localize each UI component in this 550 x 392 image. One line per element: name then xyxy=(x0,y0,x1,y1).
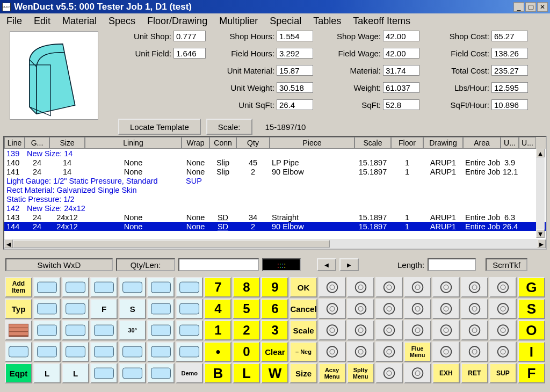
acsy-menu[interactable]: Acsy Menu xyxy=(319,363,346,383)
mode-O[interactable]: O xyxy=(518,320,545,340)
header-qty[interactable]: Qty xyxy=(236,137,270,149)
sqftHour-input[interactable] xyxy=(491,99,528,110)
equipment-icon[interactable] xyxy=(319,320,346,340)
scroll-left-icon[interactable]: ◂ xyxy=(4,239,13,248)
close-button[interactable]: ✕ xyxy=(537,2,548,12)
shopWage-input[interactable] xyxy=(383,31,419,41)
shape-button[interactable] xyxy=(176,299,203,319)
menu-takeoffitems[interactable]: Takeoff Items xyxy=(353,16,410,27)
dim-W[interactable]: W xyxy=(261,363,288,383)
letter-L-button[interactable]: L xyxy=(62,363,89,383)
equipment-icon[interactable] xyxy=(404,277,431,297)
equipment-icon[interactable] xyxy=(375,320,403,340)
ret-button[interactable]: RET xyxy=(461,363,488,383)
header-u[interactable]: U... xyxy=(519,137,536,149)
equipment-icon[interactable] xyxy=(461,342,488,362)
shopHours-input[interactable] xyxy=(277,31,313,41)
table-row[interactable]: 1432424x12NoneNoneSD34Straight15.18971AR… xyxy=(4,213,546,222)
shape-button[interactable] xyxy=(147,320,175,340)
clear-button[interactable]: Clear xyxy=(261,342,288,362)
equipment-icon[interactable] xyxy=(404,320,431,340)
shape-button[interactable] xyxy=(176,320,203,340)
numpad-6[interactable]: 6 xyxy=(261,299,288,319)
shape-button[interactable] xyxy=(90,277,118,297)
equipment-icon[interactable] xyxy=(375,299,403,319)
mode-F[interactable]: F xyxy=(518,363,545,383)
minimize-button[interactable]: _ xyxy=(513,2,524,12)
letter-F-button[interactable]: F xyxy=(90,299,118,319)
splty-menu[interactable]: Splty Menu xyxy=(347,363,374,383)
equipment-icon[interactable] xyxy=(347,342,374,362)
weight-input[interactable] xyxy=(383,82,419,93)
header-conn[interactable]: Conn xyxy=(209,137,236,149)
maximize-button[interactable]: ▢ xyxy=(525,2,536,12)
shape-button[interactable] xyxy=(33,299,61,319)
letter-L-button[interactable]: L xyxy=(33,363,61,383)
flue-menu[interactable]: Flue Menu xyxy=(404,342,431,362)
shape-button[interactable] xyxy=(119,363,146,383)
letter-S-button[interactable]: S xyxy=(119,299,146,319)
numpad-7[interactable]: 7 xyxy=(204,277,231,297)
menu-tables[interactable]: Tables xyxy=(313,16,341,27)
material-input[interactable] xyxy=(383,65,419,76)
scroll-horizontal[interactable]: ◂ ▸ xyxy=(4,239,546,249)
unitSqFt-input[interactable] xyxy=(277,99,313,110)
lbsHour-input[interactable] xyxy=(491,82,528,93)
equipment-icon[interactable] xyxy=(489,299,517,319)
shape-button[interactable] xyxy=(33,320,61,340)
header-wrap[interactable]: Wrap xyxy=(182,137,209,149)
unitField-input[interactable] xyxy=(173,48,206,59)
switch-wxd-button[interactable]: Switch WxD xyxy=(5,258,113,271)
ok-button[interactable]: OK xyxy=(290,277,317,297)
menu-floordrawing[interactable]: Floor/Drawing xyxy=(147,16,207,27)
scroll-right-icon[interactable]: ▸ xyxy=(537,239,546,248)
menu-multiplier[interactable]: Multiplier xyxy=(219,16,258,27)
demo-button[interactable]: Demo xyxy=(176,363,203,383)
table-row[interactable]: Light Gauge: 1/2" Static Pressure, Stand… xyxy=(4,176,546,185)
numpad-0[interactable]: 0 xyxy=(233,342,260,362)
header-line[interactable]: Line xyxy=(4,137,25,149)
dim-B[interactable]: B xyxy=(204,363,231,383)
dim-L[interactable]: L xyxy=(233,363,260,383)
menu-file[interactable]: File xyxy=(6,16,22,27)
equipment-icon[interactable] xyxy=(461,277,488,297)
locate-template-button[interactable]: Locate Template xyxy=(118,119,201,135)
equipment-icon[interactable] xyxy=(432,320,460,340)
shape-button[interactable] xyxy=(33,342,61,362)
table-row[interactable]: Rect Material: Galvanized Single Skin xyxy=(4,185,546,194)
equipment-icon[interactable] xyxy=(375,342,403,362)
equipment-icon[interactable] xyxy=(461,299,488,319)
mode-S[interactable]: S xyxy=(518,299,545,319)
header-scale[interactable]: Scale xyxy=(354,137,391,149)
equipment-icon[interactable] xyxy=(347,277,374,297)
numpad-2[interactable]: 2 xyxy=(233,320,260,340)
shape-button[interactable] xyxy=(62,299,89,319)
equipment-icon[interactable] xyxy=(375,363,403,383)
sup-button[interactable]: SUP xyxy=(489,363,517,383)
equipment-icon[interactable] xyxy=(375,277,403,297)
shape-button[interactable] xyxy=(5,342,32,362)
shape-button[interactable] xyxy=(147,299,175,319)
menu-material[interactable]: Material xyxy=(62,16,97,27)
header-g[interactable]: G... xyxy=(25,137,49,149)
shape-button[interactable] xyxy=(147,277,175,297)
numpad-5[interactable]: 5 xyxy=(233,299,260,319)
header-size[interactable]: Size xyxy=(49,137,85,149)
header-floor[interactable]: Floor xyxy=(391,137,423,149)
shape-button[interactable] xyxy=(62,320,89,340)
shape-button[interactable] xyxy=(90,320,118,340)
header-piece[interactable]: Piece xyxy=(270,137,354,149)
scrntkf-button[interactable]: ScrnTkf xyxy=(486,258,527,271)
table-row[interactable]: 142New Size: 24x12 xyxy=(4,204,546,213)
shape-button[interactable] xyxy=(147,342,175,362)
fieldCost-input[interactable] xyxy=(491,48,528,59)
unitWeight-input[interactable] xyxy=(277,82,313,93)
numpad-4[interactable]: 4 xyxy=(204,299,231,319)
prev-button[interactable]: ◄ xyxy=(317,258,336,271)
header-drawing[interactable]: Drawing xyxy=(423,137,463,149)
table-body[interactable]: 139New Size: 141402414NoneNoneSlip45LP P… xyxy=(4,149,546,239)
shape-button[interactable] xyxy=(176,277,203,297)
numpad-3[interactable]: 3 xyxy=(261,320,288,340)
equipment-icon[interactable] xyxy=(489,342,517,362)
equipment-icon[interactable] xyxy=(461,320,488,340)
